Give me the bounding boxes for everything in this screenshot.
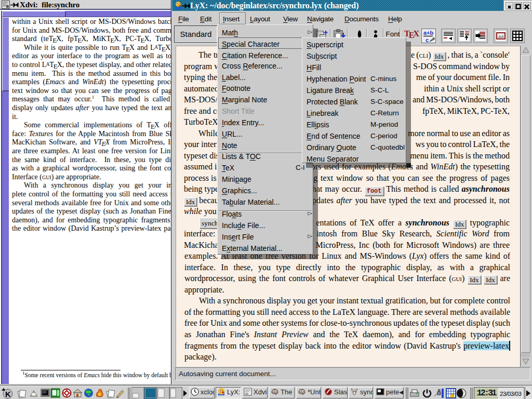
svg-text:c: c	[425, 37, 429, 43]
svg-text:a+b: a+b	[423, 30, 434, 36]
svg-text:K: K	[5, 390, 11, 398]
